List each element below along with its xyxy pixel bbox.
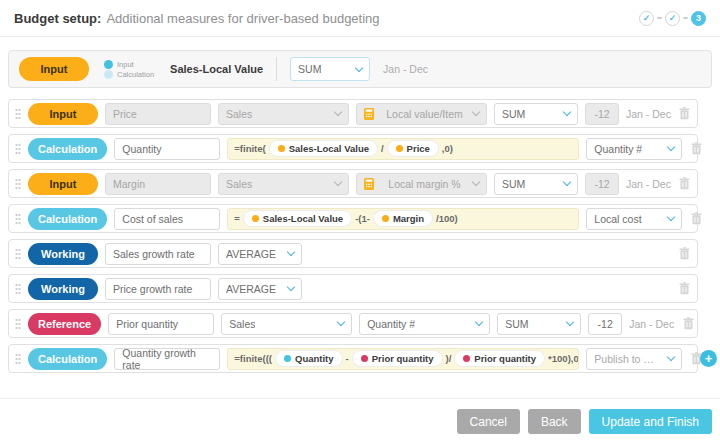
chevron-down-icon	[334, 178, 342, 186]
drag-handle-icon[interactable]	[15, 108, 21, 120]
chevron-down-icon	[563, 178, 571, 186]
formula-text: -	[346, 353, 349, 364]
delete-row-button[interactable]	[689, 141, 703, 157]
delete-row-button[interactable]	[681, 316, 695, 332]
measure-reference-label: Price	[407, 143, 430, 154]
period-label: Jan - Dec	[629, 318, 674, 330]
aggregation-select[interactable]: SUM	[497, 313, 581, 335]
drag-handle-icon[interactable]	[15, 178, 21, 190]
aggregation-select[interactable]: AVERAGE	[218, 278, 302, 300]
measure-name-field[interactable]: Quantity	[114, 138, 220, 160]
measure-type-dot-icon	[463, 355, 470, 362]
measure-name-field[interactable]: Sales growth rate	[105, 243, 211, 265]
formula-text: /	[381, 143, 384, 154]
drag-handle-icon[interactable]	[15, 213, 21, 225]
output-measure-select[interactable]: Quantity #	[586, 138, 682, 160]
measure-row-prior-quantity: Reference Prior quantity Sales Quantity …	[8, 309, 698, 338]
chevron-down-icon	[563, 108, 571, 116]
measure-reference-chip[interactable]: Prior quantity	[352, 350, 443, 367]
chevron-down-icon	[566, 318, 574, 326]
measure-reference-chip[interactable]: Price	[387, 140, 439, 157]
output-measure-select[interactable]: Publish to measure	[586, 348, 682, 370]
measure-type-dot-icon	[361, 355, 368, 362]
delete-row-button[interactable]	[678, 106, 692, 122]
measure-name-field[interactable]: Price growth rate	[105, 278, 211, 300]
drag-handle-icon[interactable]	[15, 353, 21, 365]
measure-row-quantity-growth-rate: Calculation Quantity growth rate =finite…	[8, 344, 698, 373]
aggregation-select[interactable]: SUM	[494, 173, 578, 195]
type-badge-input[interactable]: Input	[28, 103, 98, 125]
chevron-down-icon	[472, 178, 480, 186]
summary-type-badge: Input	[19, 57, 89, 81]
cancel-button[interactable]: Cancel	[457, 409, 520, 434]
delete-row-button[interactable]	[677, 246, 691, 262]
formula-field[interactable]: =finite(Sales-Local Value/Price,0)	[227, 138, 579, 160]
chevron-down-icon	[355, 63, 363, 71]
measure-name-field[interactable]: Cost of sales	[114, 208, 220, 230]
chevron-down-icon	[287, 248, 295, 256]
offset-field: -12	[585, 103, 619, 125]
measure-reference-label: Sales-Local Value	[263, 213, 343, 224]
calculator-icon	[364, 178, 374, 190]
page-title: Budget setup:	[14, 11, 101, 26]
drag-handle-icon[interactable]	[15, 143, 21, 155]
mapping-select[interactable]: Quantity #	[359, 313, 490, 335]
drag-handle-icon[interactable]	[15, 248, 21, 260]
step-connector	[683, 17, 688, 19]
chevron-down-icon	[667, 353, 675, 361]
measure-reference-chip[interactable]: Sales-Local Value	[269, 140, 378, 157]
type-badge-working[interactable]: Working	[28, 243, 98, 265]
type-badge-reference[interactable]: Reference	[28, 313, 101, 335]
output-measure-select[interactable]: Local cost	[586, 208, 682, 230]
delete-row-button[interactable]	[678, 176, 692, 192]
chevron-down-icon	[667, 143, 675, 151]
formula-text: =finite(	[234, 143, 265, 154]
measure-reference-chip[interactable]: Sales-Local Value	[243, 210, 352, 227]
type-badge-calculation[interactable]: Calculation	[28, 208, 107, 230]
type-badge-calculation[interactable]: Calculation	[28, 138, 107, 160]
back-button[interactable]: Back	[528, 409, 581, 434]
formula-text: -(1-	[355, 213, 370, 224]
page-subtitle: Additional measures for driver-based bud…	[106, 11, 379, 26]
drag-handle-icon[interactable]	[15, 283, 21, 295]
measure-type-dot-icon	[382, 215, 389, 222]
step-3-current[interactable]: 3	[691, 11, 706, 26]
mapping-select: Local value/Item	[356, 103, 487, 125]
type-badge-working[interactable]: Working	[28, 278, 98, 300]
measure-reference-label: Prior quantity	[474, 353, 536, 364]
measure-name-field[interactable]: Quantity growth rate	[114, 348, 220, 370]
dataset-select[interactable]: Sales	[221, 313, 352, 335]
period-label: Jan - Dec	[626, 108, 671, 120]
measure-reference-chip[interactable]: Quantity	[275, 350, 343, 367]
aggregation-select[interactable]: AVERAGE	[218, 243, 302, 265]
summary-measure-name: Sales-Local Value	[170, 63, 263, 75]
measure-type-dot-icon	[396, 145, 403, 152]
step-connector	[657, 17, 662, 19]
measure-row-price: Input Price Sales Local value/Item SUM -…	[8, 99, 698, 128]
update-and-finish-button[interactable]: Update and Finish	[589, 409, 712, 434]
delete-row-button[interactable]	[677, 281, 691, 297]
type-badge-calculation[interactable]: Calculation	[28, 348, 107, 370]
measure-row-margin: Input Margin Sales Local margin % SUM -1…	[8, 169, 698, 198]
type-badge-input[interactable]: Input	[28, 173, 98, 195]
formula-field[interactable]: =Sales-Local Value-(1-Margin/100)	[227, 208, 579, 230]
measure-reference-chip[interactable]: Margin	[373, 210, 433, 227]
measure-reference-label: Sales-Local Value	[289, 143, 369, 154]
summary-aggregation-select[interactable]: SUM	[290, 57, 370, 81]
chevron-down-icon	[472, 108, 480, 116]
aggregation-select[interactable]: SUM	[494, 103, 578, 125]
period-label: Jan - Dec	[626, 178, 671, 190]
measure-type-dot-icon	[284, 355, 291, 362]
formula-text: *100),0)	[548, 353, 579, 364]
measure-reference-label: Quantity	[295, 353, 334, 364]
measure-type-dot-icon	[252, 215, 259, 222]
measure-reference-chip[interactable]: Prior quantity	[454, 350, 545, 367]
offset-field[interactable]: -12	[588, 313, 622, 335]
step-1-complete-check-icon[interactable]: ✓	[639, 11, 654, 26]
delete-row-button[interactable]	[689, 211, 703, 227]
formula-field[interactable]: =finite(((Quantity-Prior quantity)/Prior…	[227, 348, 579, 370]
measure-name-field[interactable]: Prior quantity	[108, 313, 214, 335]
add-measure-button[interactable]: +	[700, 350, 717, 367]
drag-handle-icon[interactable]	[15, 318, 21, 330]
step-2-complete-check-icon[interactable]: ✓	[665, 11, 680, 26]
